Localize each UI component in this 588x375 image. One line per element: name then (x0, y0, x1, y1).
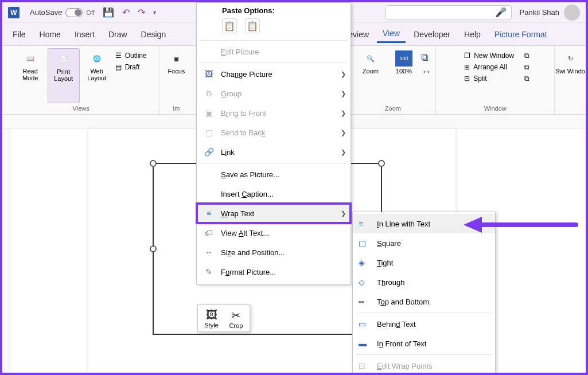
alt-text-icon: 🏷 (203, 228, 215, 237)
focus-button[interactable]: ▣ Focus (160, 48, 192, 103)
wrap-inline-icon: ≡ (359, 219, 371, 228)
draft-button[interactable]: ▤Draft (115, 63, 147, 71)
crop-button[interactable]: ✂ Crop (225, 307, 247, 329)
paste-picture-icon[interactable]: 📋 (245, 18, 260, 33)
autosave-label: AutoSave (30, 8, 62, 17)
paste-options-header: Paste Options: (197, 3, 351, 16)
tab-file[interactable]: File (7, 26, 32, 42)
menu-group: ⧉Group❯ (197, 84, 351, 103)
paste-keep-formatting-icon[interactable]: 📋 (222, 18, 237, 33)
web-layout-button[interactable]: 🌐 Web Layout (81, 48, 113, 103)
tab-picture-format[interactable]: Picture Format (489, 26, 553, 42)
resize-handle-tr[interactable] (378, 160, 385, 167)
ribbon-group-window: ❐New Window ⊞Arrange All ⊟Split ⧉ ⧉ ⧉ Wi… (436, 46, 555, 114)
menu-insert-caption[interactable]: Insert Caption... (197, 184, 351, 204)
read-mode-icon: 📖 (22, 50, 39, 67)
print-layout-button[interactable]: 📄 Print Layout (48, 48, 80, 103)
menu-wrap-text[interactable]: ≡Wrap Text❯ (197, 204, 351, 223)
submenu-tight[interactable]: ◈Tight (353, 253, 495, 272)
redo-icon[interactable]: ↷ (138, 7, 145, 18)
arrange-all-icon: ⊞ (464, 63, 470, 71)
style-label: Style (200, 322, 223, 329)
submenu-edit-wrap-points: ⊡Edit Wrap Points (353, 356, 495, 375)
menu-send-back: ▢Send to Back❯ (197, 123, 351, 142)
wrap-tight-icon: ◈ (359, 258, 371, 267)
submenu-square[interactable]: ▢Square (353, 233, 495, 253)
menu-change-picture[interactable]: 🖼Change Picture❯ (197, 64, 351, 84)
outline-button[interactable]: ☰Outline (115, 52, 147, 60)
submenu-topbottom[interactable]: ═Top and Bottom (353, 292, 495, 311)
tab-insert[interactable]: Insert (69, 26, 100, 42)
tab-home[interactable]: Home (34, 26, 67, 42)
vertical-ruler[interactable] (2, 128, 10, 373)
web-layout-icon: 🌐 (88, 50, 106, 67)
ribbon-group-views: 📖 Read Mode 📄 Print Layout 🌐 Web Layout … (2, 46, 160, 114)
tab-developer[interactable]: Developer (408, 26, 456, 42)
switch-windows-label: Swi Windo (555, 68, 585, 75)
tab-design[interactable]: Design (135, 26, 172, 42)
immersive-group-label: Im (160, 105, 192, 112)
size-position-icon: ↔ (203, 248, 215, 257)
style-icon: 🖼 (200, 308, 223, 322)
zoom-100-button[interactable]: 100 100% (388, 48, 420, 103)
submenu-infront[interactable]: ▬In Front of Text (353, 334, 495, 353)
undo-icon[interactable]: ↶ (122, 7, 130, 18)
user-account[interactable]: Pankil Shah (520, 5, 580, 21)
menu-link[interactable]: 🔗Link❯ (197, 142, 351, 162)
style-button[interactable]: 🖼 Style (200, 307, 223, 329)
switch-windows-icon: ↻ (562, 50, 579, 67)
new-window-button[interactable]: ❐New Window (464, 52, 514, 60)
window-group-label: Window (436, 105, 554, 112)
resize-handle-tl[interactable] (150, 160, 157, 167)
read-mode-label: Read Mode (14, 68, 46, 81)
autosave-state: Off (86, 9, 94, 16)
tab-help[interactable]: Help (458, 26, 486, 42)
new-window-icon: ❐ (464, 52, 470, 60)
menu-view-alt-text[interactable]: 🏷View Alt Text... (197, 223, 351, 243)
print-layout-label: Print Layout (48, 68, 79, 82)
send-back-icon: ▢ (203, 128, 215, 137)
ribbon-group-immersive: ▣ Focus Im (160, 46, 192, 114)
mic-icon[interactable]: 🎤 (495, 7, 507, 18)
outline-icon: ☰ (115, 52, 122, 60)
qat-dropdown-icon[interactable]: ▾ (153, 9, 156, 15)
zoom-button[interactable]: 🔍 Zoom (355, 48, 387, 103)
context-menu: Paste Options: 📋 📋 Edit Picture 🖼Change … (196, 2, 351, 284)
multipage-icon[interactable]: ⧉ (421, 52, 431, 64)
submenu-through[interactable]: ◇Through (353, 272, 495, 292)
focus-label: Focus (168, 68, 185, 75)
wrap-square-icon: ▢ (359, 239, 371, 248)
menu-format-picture[interactable]: ✎Format Picture... (197, 262, 351, 282)
pagewidth-icon[interactable]: ↔ (421, 66, 431, 78)
link-icon: 🔗 (203, 147, 215, 157)
submenu-behind[interactable]: ▭Behind Text (353, 314, 495, 334)
split-button[interactable]: ⊟Split (464, 75, 514, 83)
mini-toolbar: 🖼 Style ✂ Crop (197, 304, 250, 332)
user-name: Pankil Shah (520, 8, 559, 17)
focus-icon: ▣ (168, 50, 185, 67)
draft-icon: ▤ (115, 63, 122, 71)
group-icon: ⧉ (203, 89, 215, 99)
save-icon[interactable]: 💾 (103, 7, 114, 18)
toggle-switch[interactable] (65, 8, 83, 17)
read-mode-button[interactable]: 📖 Read Mode (14, 48, 46, 103)
menu-size-position[interactable]: ↔Size and Position... (197, 243, 351, 262)
view-side-icon[interactable]: ⧉ (524, 52, 529, 60)
search-box[interactable]: 🎤 (385, 5, 512, 20)
crop-label: Crop (225, 322, 247, 329)
tab-view[interactable]: View (377, 25, 406, 43)
reset-pos-icon[interactable]: ⧉ (524, 75, 529, 83)
sync-scroll-icon[interactable]: ⧉ (524, 63, 529, 71)
ribbon-group-zoom: 🔍 Zoom 100 100% ⧉ ↔ Zoom (350, 46, 436, 114)
tab-draw[interactable]: Draw (103, 26, 133, 42)
zoom-100-icon: 100 (395, 50, 412, 67)
resize-handle-ml[interactable] (150, 245, 157, 252)
wrap-through-icon: ◇ (359, 278, 371, 287)
ribbon-group-switch: ↻ Swi Windo (555, 46, 586, 114)
change-picture-icon: 🖼 (203, 69, 215, 79)
arrange-all-button[interactable]: ⊞Arrange All (464, 63, 514, 71)
autosave-toggle[interactable]: AutoSave Off (30, 8, 95, 17)
switch-windows-button[interactable]: ↻ Swi Windo (554, 48, 586, 75)
wrap-text-submenu: ≡In Line with Text ▢Square ◈Tight ◇Throu… (352, 212, 496, 375)
menu-save-as-picture[interactable]: Save as Picture... (197, 165, 351, 184)
